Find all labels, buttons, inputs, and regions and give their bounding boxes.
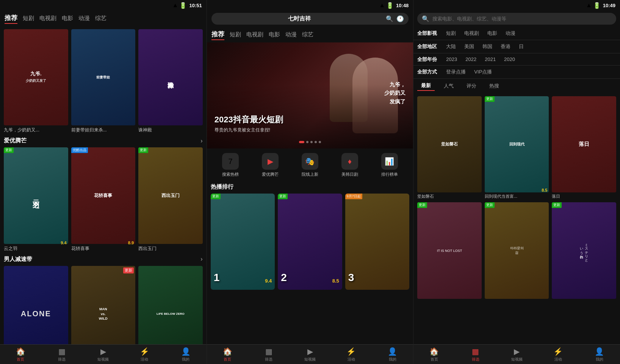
filter-label-method[interactable]: 全部方式: [417, 69, 440, 75]
sort-option-popular[interactable]: 人气: [440, 81, 457, 91]
search-input-mid[interactable]: [216, 16, 383, 22]
activity-icon-mid: ⚡: [346, 347, 356, 356]
rank-badge-1: 更新: [211, 194, 221, 199]
bottom-nav-short-right[interactable]: ▶ 短视频: [496, 347, 537, 362]
result-card-5[interactable]: 아라문의검 更新: [485, 202, 549, 300]
rank-number-3: 3: [348, 272, 354, 284]
result-card-huida[interactable]: 回到现代 更新 8.5 回到现代当首富...: [485, 96, 549, 199]
arrow-aiyou[interactable]: ›: [200, 137, 202, 144]
tab-anime-mid[interactable]: 动漫: [285, 30, 297, 39]
filter-label-region[interactable]: 全部地区: [417, 43, 440, 50]
bottom-nav-profile-mid[interactable]: 👤 我的: [372, 347, 413, 362]
bottom-nav-filter-left[interactable]: ▦ 筛选: [41, 347, 83, 362]
filter-option-anime[interactable]: 动漫: [503, 29, 518, 37]
filter-option-movie[interactable]: 电影: [485, 29, 499, 37]
card-life[interactable]: LIFE BELOW ZERO: [138, 266, 203, 344]
bottom-nav-left: 🏠 首页 ▦ 筛选 ▶ 短视频 ⚡ 活动 👤 我的: [0, 344, 207, 364]
tab-recommend-mid[interactable]: 推荐: [211, 29, 224, 40]
filter-option-mainland[interactable]: 大陆: [444, 42, 458, 51]
filter-option-tv[interactable]: 电视剧: [462, 29, 481, 37]
quick-icon-aiyou[interactable]: ▶ 爱优腾芒: [262, 153, 279, 177]
tab-anime-left[interactable]: 动漫: [78, 14, 90, 23]
filter-option-korea[interactable]: 韩国: [480, 42, 495, 51]
tab-tv-mid[interactable]: 电视剧: [246, 30, 263, 39]
bottom-nav-profile-left[interactable]: 👤 我的: [165, 347, 207, 362]
dot-2[interactable]: [306, 141, 308, 143]
bottom-nav-activity-mid[interactable]: ⚡ 活动: [330, 347, 372, 362]
arrow-nan[interactable]: ›: [200, 256, 202, 262]
card-manvswild[interactable]: MANvs.WILD 更新: [71, 266, 136, 344]
card-alone[interactable]: ALONE: [4, 266, 68, 344]
card-jiuye[interactable]: 九爷.少奶奶又发了 九爷，少奶奶又...: [4, 29, 68, 133]
tab-shortdrama-left[interactable]: 短剧: [23, 14, 34, 23]
filter-option-vip[interactable]: VIP点播: [472, 68, 494, 76]
bottom-nav-home-mid[interactable]: 🏠 首页: [207, 347, 248, 362]
search-icon-mid[interactable]: 🔍: [386, 15, 393, 22]
content-left: 九爷.少奶奶又发了 九爷，少奶奶又... 前妻带娃 前妻带娃归来杀... 诛神殿…: [0, 26, 207, 344]
filter-option-usa[interactable]: 美国: [462, 42, 476, 51]
result-card-jianru[interactable]: 坚如磐石 坚如磐石: [417, 96, 482, 199]
tab-movie-mid[interactable]: 电影: [269, 30, 280, 39]
filter-option-2023[interactable]: 2023: [444, 56, 459, 63]
dot-5[interactable]: [319, 141, 321, 143]
battery-icon-mid: 🔋: [386, 2, 394, 9]
bottom-nav-short-left[interactable]: ▶ 短视频: [83, 347, 124, 362]
bottom-nav-activity-right[interactable]: ⚡ 活动: [537, 347, 579, 362]
clock-icon-mid[interactable]: 🕐: [396, 15, 404, 22]
quick-icon-search-hot[interactable]: 7 搜索热榜: [222, 153, 239, 177]
filter-option-2021[interactable]: 2021: [482, 56, 498, 63]
rank-card-1[interactable]: 云之羽 更新 1 9.4: [211, 194, 275, 290]
quick-icon-cinema[interactable]: 🎭 院线上新: [302, 153, 318, 177]
filter-label-right: 筛选: [472, 357, 479, 362]
quick-icon-cinema-circle: 🎭: [302, 153, 318, 170]
tab-variety-mid[interactable]: 综艺: [302, 30, 313, 39]
result-card-4[interactable]: IT IS NOT LOST 更新: [417, 202, 482, 300]
profile-icon-right: 👤: [595, 347, 604, 356]
tab-movie-left[interactable]: 电影: [62, 14, 73, 23]
bottom-nav-profile-right[interactable]: 👤 我的: [579, 347, 620, 362]
bottom-nav-short-mid[interactable]: ▶ 短视频: [290, 347, 331, 362]
bottom-nav-activity-left[interactable]: ⚡ 活动: [124, 347, 165, 362]
card-img-manvswild: MANvs.WILD: [71, 266, 136, 344]
tab-shortdrama-mid[interactable]: 短剧: [230, 30, 241, 39]
hero-text: 2023抖音最火短剧 尊贵的九爷竟被女主任拿捏!: [214, 114, 283, 133]
bottom-nav-home-right[interactable]: 🏠 首页: [413, 347, 455, 362]
bottom-nav-filter-right[interactable]: ▦ 筛选: [455, 347, 496, 362]
card-huaqiao[interactable]: 花轿喜事 优酷出品 8.9 花轿喜事: [71, 147, 136, 252]
rank-card-2[interactable]: 界人之下 更新 2 8.5: [278, 194, 342, 290]
bottom-nav-filter-mid[interactable]: ▦ 筛选: [248, 347, 290, 362]
sort-option-latest[interactable]: 最新: [417, 81, 435, 91]
filter-option-2022[interactable]: 2022: [463, 56, 479, 63]
rank-card-3[interactable]: 西出玉门 9月7日起 3: [345, 194, 410, 290]
card-xichumen[interactable]: 西出玉门 更新 西出玉门: [138, 147, 203, 252]
dot-1[interactable]: [299, 141, 304, 143]
filter-option-hongkong[interactable]: 香港: [498, 42, 513, 51]
sort-option-rating[interactable]: 评分: [463, 81, 480, 91]
quick-icons-row: 7 搜索热榜 ▶ 爱优腾芒 🎭 院线上新 ♦ 美韩日剧 📊 排行榜: [207, 148, 413, 182]
card-yunyuv[interactable]: 云之羽 更新 9.4 云之羽: [4, 147, 68, 252]
filter-option-login[interactable]: 登录点播: [444, 68, 468, 76]
hero-banner[interactable]: 九爷，少奶奶又发疯了 2023抖音最火短剧 尊贵的九爷竟被女主任拿捏!: [207, 42, 413, 148]
hero-right-text: 九爷，少奶奶又发疯了: [384, 80, 406, 106]
tab-variety-left[interactable]: 综艺: [95, 14, 106, 23]
tab-tv-left[interactable]: 电视剧: [39, 14, 56, 23]
tab-recommend-left[interactable]: 推荐: [5, 13, 17, 24]
home-label-mid: 首页: [224, 357, 231, 362]
card-zhushen[interactable]: 诛神殿 诛神殿: [138, 29, 203, 133]
dot-3[interactable]: [310, 141, 313, 143]
quick-icon-rank[interactable]: 📊 排行榜单: [381, 153, 398, 177]
filter-option-2020[interactable]: 2020: [502, 56, 517, 63]
card-title-xichumen: 西出玉门: [138, 245, 203, 252]
filter-option-shortdrama[interactable]: 短剧: [444, 29, 458, 37]
filter-search-input[interactable]: [432, 16, 612, 22]
dot-4[interactable]: [315, 141, 317, 143]
result-card-6[interactable]: ミステリという勿れ 更新: [552, 202, 616, 300]
filter-label-year[interactable]: 全部年份: [417, 56, 440, 63]
filter-option-japan[interactable]: 日: [517, 42, 526, 51]
quick-icon-korean[interactable]: ♦ 美韩日剧: [341, 153, 358, 177]
sort-option-hot[interactable]: 热搜: [485, 81, 503, 91]
result-card-luori[interactable]: 落日 落日: [552, 96, 616, 199]
filter-label-type[interactable]: 全部影视: [417, 30, 440, 37]
bottom-nav-home-left[interactable]: 🏠 首页: [0, 347, 41, 362]
card-qianqi[interactable]: 前妻带娃 前妻带娃归来杀...: [71, 29, 136, 133]
